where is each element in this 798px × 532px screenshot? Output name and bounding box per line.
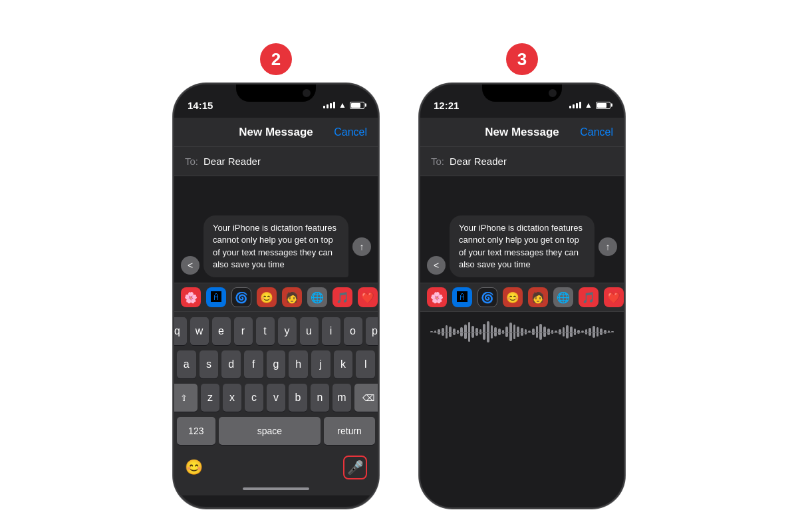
- shift-key-1[interactable]: ⇧: [173, 384, 198, 412]
- app-icon-memoji-2-2[interactable]: 🧑: [528, 287, 548, 307]
- app-icon-appstore-1[interactable]: 🅰: [206, 287, 226, 307]
- key-r[interactable]: r: [234, 317, 253, 345]
- delete-key-1[interactable]: ⌫: [354, 384, 379, 412]
- wave-bar: [521, 328, 523, 336]
- wave-bar: [532, 329, 535, 335]
- key-a[interactable]: a: [177, 350, 196, 378]
- numbers-key-1[interactable]: 123: [177, 417, 215, 445]
- key-f[interactable]: f: [244, 350, 263, 378]
- battery-fill-2: [597, 103, 606, 108]
- key-d[interactable]: d: [221, 350, 241, 378]
- key-u[interactable]: u: [300, 317, 319, 345]
- key-z[interactable]: z: [201, 384, 219, 412]
- status-bar-2: 12:21 ▲: [420, 84, 624, 118]
- key-n[interactable]: n: [311, 384, 329, 412]
- app-icon-memoji-1-2[interactable]: 😊: [503, 287, 523, 307]
- to-field-1: To: Dear Reader: [174, 147, 378, 176]
- wave-bar: [555, 331, 557, 333]
- app-icon-memoji-1-1[interactable]: 😊: [257, 287, 277, 307]
- key-p[interactable]: p: [366, 317, 380, 345]
- to-value-1: Dear Reader: [203, 156, 261, 167]
- key-y[interactable]: y: [278, 317, 297, 345]
- key-g[interactable]: g: [267, 350, 286, 378]
- wave-bar: [536, 326, 539, 338]
- waveform-container: [420, 312, 624, 352]
- app-icon-photos-1[interactable]: 🌸: [181, 287, 201, 307]
- wave-bar: [604, 330, 606, 334]
- key-q[interactable]: q: [173, 317, 187, 345]
- to-value-2: Dear Reader: [450, 156, 507, 167]
- power-button-2: [624, 201, 625, 254]
- message-row-1: < Your iPhone is dictation features cann…: [181, 215, 371, 277]
- key-h[interactable]: h: [289, 350, 308, 378]
- message-area-1: < Your iPhone is dictation features cann…: [174, 176, 378, 283]
- wave-bar: [483, 324, 485, 340]
- key-v[interactable]: v: [267, 384, 285, 412]
- wave-bar: [525, 329, 527, 334]
- return-key-1[interactable]: return: [324, 417, 375, 445]
- app-icon-memoji-2-1[interactable]: 🧑: [282, 287, 302, 307]
- key-b[interactable]: b: [289, 384, 307, 412]
- app-icon-music-1[interactable]: 🎵: [332, 287, 352, 307]
- send-button-1[interactable]: ↑: [352, 237, 371, 256]
- app-icon-globe-1[interactable]: 🌐: [307, 287, 327, 307]
- key-t[interactable]: t: [256, 317, 275, 345]
- key-j[interactable]: j: [311, 350, 331, 378]
- space-key-1[interactable]: space: [219, 417, 321, 445]
- wave-bar: [551, 330, 554, 334]
- app-icon-music-2[interactable]: 🎵: [579, 287, 598, 307]
- wave-bar: [574, 329, 577, 335]
- status-icons-2: ▲: [569, 100, 610, 110]
- app-icon-photos-2[interactable]: 🌸: [427, 287, 447, 307]
- wave-bar: [585, 329, 588, 334]
- key-m[interactable]: m: [332, 384, 351, 412]
- key-row-2-1: a s d f g h j k l: [177, 350, 375, 378]
- key-l[interactable]: l: [356, 350, 375, 378]
- key-k[interactable]: k: [334, 350, 353, 378]
- signal-bar-2-3: [576, 103, 578, 108]
- key-row-1-1: q w e r t y u i o p: [177, 317, 375, 345]
- wave-bar: [453, 329, 456, 335]
- wave-bar: [438, 329, 440, 334]
- app-icon-3-2[interactable]: 🌀: [477, 287, 497, 307]
- expand-button-1[interactable]: <: [181, 256, 200, 275]
- battery-icon-1: [350, 102, 364, 109]
- battery-icon-2: [596, 102, 610, 109]
- camera-dot-2: [549, 89, 557, 97]
- status-time-2: 12:21: [434, 100, 459, 111]
- signal-bar-1: [323, 106, 325, 108]
- key-o[interactable]: o: [344, 317, 362, 345]
- key-s[interactable]: s: [200, 350, 219, 378]
- waveform-visual: [427, 312, 617, 352]
- wave-bar: [577, 330, 580, 334]
- app-icon-heart-2[interactable]: ❤️: [604, 287, 624, 307]
- key-c[interactable]: c: [245, 384, 263, 412]
- expand-button-2[interactable]: <: [427, 256, 446, 275]
- key-e[interactable]: e: [212, 317, 231, 345]
- chevron-left-icon-1: <: [188, 260, 193, 271]
- microphone-button-1[interactable]: 🎤: [343, 456, 367, 479]
- wave-bar: [566, 325, 569, 338]
- app-icon-3-1[interactable]: 🌀: [231, 287, 251, 307]
- key-x[interactable]: x: [223, 384, 241, 412]
- app-icon-globe-2[interactable]: 🌐: [553, 287, 573, 307]
- keyboard-bottom-2: ⌨: [420, 358, 624, 509]
- wave-bar: [543, 327, 546, 337]
- nav-cancel-1[interactable]: Cancel: [334, 126, 367, 138]
- message-area-2: < Your iPhone is dictation features cann…: [420, 176, 624, 283]
- app-icon-appstore-2[interactable]: 🅰: [452, 287, 472, 307]
- wave-bar: [449, 327, 452, 337]
- key-w[interactable]: w: [190, 317, 209, 345]
- app-icon-heart-1[interactable]: ❤️: [358, 287, 378, 307]
- emoji-key-1[interactable]: 😊: [185, 459, 203, 476]
- step-badge-3: 3: [506, 43, 538, 75]
- keyboard-1: q w e r t y u i o p a s d f g h: [174, 312, 378, 453]
- key-i[interactable]: i: [322, 317, 340, 345]
- microphone-icon-1: 🎤: [347, 460, 364, 475]
- wave-bar: [611, 331, 614, 332]
- nav-cancel-2[interactable]: Cancel: [580, 126, 613, 138]
- wave-bar: [460, 327, 463, 336]
- wave-bar: [502, 330, 505, 334]
- message-text-1: Your iPhone is dictation features cannot…: [213, 223, 336, 269]
- send-button-2[interactable]: ↑: [598, 237, 617, 256]
